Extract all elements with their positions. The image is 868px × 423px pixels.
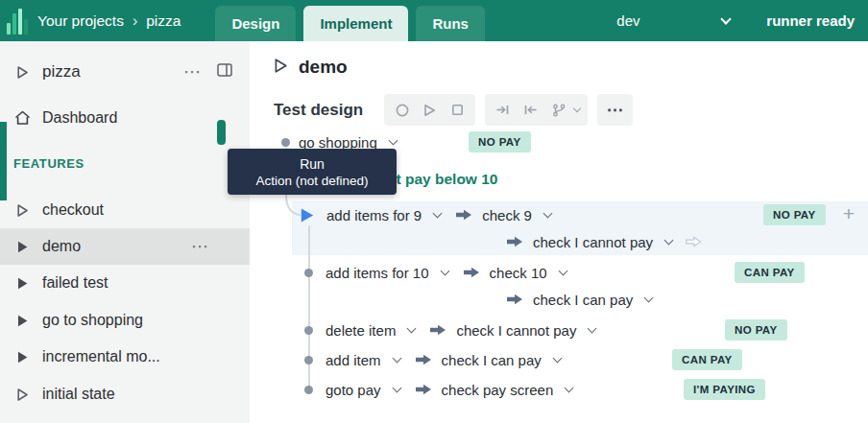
test-design-row: Test design — [274, 94, 633, 126]
run-from-start-icon[interactable] — [518, 97, 543, 123]
sidebar-project-row[interactable]: pizza ⋯ — [0, 54, 250, 90]
status-badge[interactable]: I'M PAYING — [684, 379, 765, 400]
chevron-down-icon — [721, 13, 732, 24]
chevron-down-icon[interactable] — [588, 323, 597, 333]
app-logo-icon[interactable] — [7, 8, 28, 35]
run-controls-group — [384, 94, 475, 126]
environment-selector[interactable]: dev — [616, 12, 730, 29]
environment-value: dev — [616, 12, 639, 29]
more-actions-group: ⋯ — [597, 94, 633, 126]
chevron-down-icon[interactable] — [407, 323, 417, 333]
chevron-down-icon[interactable] — [388, 135, 398, 145]
tab-runs[interactable]: Runs — [416, 6, 485, 41]
step-check-label[interactable]: check I cannot pay — [533, 234, 653, 250]
play-outline-icon[interactable] — [274, 58, 288, 78]
topbar-right: dev runner ready — [616, 12, 868, 29]
section-title: Test design — [274, 101, 363, 120]
chevron-down-icon[interactable] — [565, 383, 574, 392]
play-filled-icon — [13, 350, 31, 364]
play-outline-icon — [13, 65, 31, 80]
project-name: pizza — [42, 62, 81, 82]
step-check-label[interactable]: check 9 — [482, 207, 532, 223]
record-circle-icon[interactable] — [389, 97, 415, 123]
step-dot-icon — [304, 326, 313, 335]
step-row-delete-item: delete item check I cannot pay NO PAY — [250, 317, 868, 343]
sidebar-item-failed-test[interactable]: failed test — [0, 265, 250, 301]
step-dot-icon — [304, 269, 313, 277]
step-action-label[interactable]: add items for 9 — [326, 207, 422, 223]
chevron-down-icon[interactable] — [573, 105, 581, 112]
chevron-down-icon[interactable] — [440, 266, 449, 275]
arrow-right-icon — [456, 209, 472, 221]
chevron-down-icon[interactable] — [392, 383, 401, 392]
sidebar-item-label: go to shopping — [42, 312, 143, 329]
collapse-panel-icon[interactable] — [217, 63, 232, 81]
status-badge[interactable]: CAN PAY — [672, 349, 742, 370]
add-check-arrow-icon[interactable] — [686, 236, 702, 247]
step-action-label[interactable]: goto pay — [326, 382, 381, 398]
branch-icon[interactable] — [545, 97, 571, 123]
play-icon[interactable] — [417, 97, 443, 123]
feature-more-button[interactable]: ⋯ — [191, 236, 209, 257]
chevron-down-icon[interactable] — [552, 353, 562, 363]
run-step-play-icon[interactable] — [300, 207, 315, 223]
tooltip-subtitle: Action (not defined) — [255, 174, 368, 188]
step-action-label[interactable]: add items for 10 — [326, 265, 429, 281]
play-filled-icon — [13, 240, 31, 254]
sidebar-item-demo[interactable]: demo ⋯ — [0, 228, 250, 265]
features-section-header: FEATURES — [13, 153, 84, 173]
main-tabs: Design Implement Runs — [215, 6, 485, 41]
play-outline-icon — [13, 203, 31, 218]
chevron-down-icon[interactable] — [392, 353, 401, 363]
arrow-right-icon — [416, 354, 432, 365]
sidebar-item-checkout[interactable]: checkout — [0, 192, 250, 228]
chevron-down-icon[interactable] — [558, 266, 567, 275]
sidebar: pizza ⋯ Dashboard FEATURES checkout — [0, 41, 250, 423]
status-badge[interactable]: CAN PAY — [735, 262, 805, 283]
tab-design[interactable]: Design — [215, 6, 296, 41]
more-button[interactable]: ⋯ — [602, 97, 628, 123]
run-to-end-icon[interactable] — [490, 97, 516, 123]
sidebar-item-label: incremental mo... — [42, 348, 160, 365]
arrow-right-icon — [464, 267, 480, 278]
sidebar-item-label: demo — [42, 238, 81, 255]
sidebar-item-dashboard[interactable]: Dashboard — [0, 100, 250, 136]
project-more-button[interactable]: ⋯ — [183, 61, 202, 82]
top-bar: Your projects › pizza Design Implement R… — [0, 0, 868, 41]
play-outline-icon — [13, 388, 31, 402]
step-action-label[interactable]: go shopping — [299, 134, 377, 151]
stop-icon[interactable] — [445, 97, 470, 123]
step-check-label[interactable]: check pay screen — [442, 382, 554, 398]
tooltip-title: Run — [300, 156, 325, 172]
breadcrumb-root[interactable]: Your projects — [37, 12, 124, 30]
step-row-add-item: add item check I can pay CAN PAY — [250, 346, 868, 373]
step-action-label[interactable]: delete item — [326, 322, 396, 339]
sidebar-item-initial-state[interactable]: initial state — [0, 376, 250, 412]
step-dot-icon — [304, 386, 313, 394]
chevron-down-icon[interactable] — [664, 235, 674, 245]
chevron-down-icon[interactable] — [542, 208, 552, 218]
chevron-down-icon[interactable] — [433, 208, 443, 218]
step-row-check-cannot-pay: check I cannot pay — [250, 228, 868, 255]
home-icon — [13, 110, 31, 126]
chevron-down-icon[interactable] — [644, 293, 654, 302]
run-tooltip: Run Action (not defined) — [228, 149, 397, 195]
step-check-label[interactable]: check I cannot pay — [456, 322, 576, 339]
step-dot-icon — [304, 356, 313, 364]
add-step-icon[interactable]: + — [843, 202, 855, 225]
step-row-add-items-10: add items for 10 check 10 CAN PAY — [250, 259, 868, 286]
status-badge[interactable]: NO PAY — [763, 204, 826, 225]
sidebar-item-label: initial state — [42, 386, 115, 403]
sidebar-item-incremental[interactable]: incremental mo... — [0, 339, 250, 375]
step-check-label[interactable]: check 10 — [490, 265, 547, 281]
breadcrumb-current[interactable]: pizza — [146, 12, 181, 30]
arrow-right-icon — [507, 294, 523, 305]
sidebar-item-go-to-shopping[interactable]: go to shopping — [0, 302, 250, 339]
status-badge[interactable]: NO PAY — [725, 319, 787, 341]
status-badge[interactable]: NO PAY — [469, 131, 531, 153]
step-action-label[interactable]: add item — [326, 352, 381, 368]
sidebar-item-label: checkout — [42, 201, 104, 219]
step-check-label[interactable]: check I can pay — [533, 292, 633, 308]
step-check-label[interactable]: check I can pay — [442, 352, 542, 368]
tab-implement[interactable]: Implement — [303, 6, 408, 41]
